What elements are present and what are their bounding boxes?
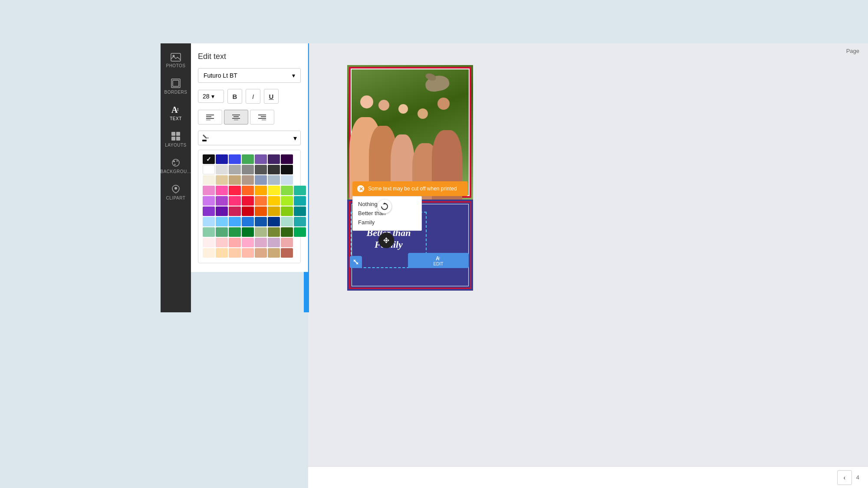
sidebar-item-photos[interactable]: PHOTOS [161, 48, 191, 73]
face-2 [378, 100, 389, 111]
swatch[interactable] [242, 227, 254, 237]
swatch[interactable] [294, 196, 306, 206]
font-size-select[interactable]: 28 ▾ [198, 90, 224, 103]
swatch[interactable] [216, 154, 228, 164]
sidebar-item-layouts[interactable]: LAYOUTS [161, 126, 191, 153]
swatch[interactable] [229, 196, 241, 206]
sidebar-item-clipart[interactable]: CLIPART [161, 179, 191, 206]
swatch[interactable] [229, 154, 241, 164]
swatch[interactable] [229, 248, 241, 258]
swatch[interactable] [255, 248, 267, 258]
swatch[interactable] [229, 175, 241, 185]
swatch[interactable] [216, 175, 228, 185]
edit-text-button[interactable]: A I EDIT [408, 253, 469, 268]
resize-handle[interactable] [350, 256, 362, 268]
swatch[interactable] [294, 206, 306, 216]
swatch[interactable] [242, 196, 254, 206]
swatch[interactable] [216, 238, 228, 247]
swatch[interactable] [268, 217, 280, 226]
swatch[interactable] [268, 206, 280, 216]
swatch[interactable] [255, 175, 267, 185]
swatch[interactable] [281, 206, 293, 216]
swatch[interactable] [203, 217, 215, 226]
swatch[interactable] [203, 196, 215, 206]
swatch[interactable] [242, 206, 254, 216]
sidebar-item-backgrounds[interactable]: BACKGROU... [161, 153, 191, 179]
swatch[interactable] [281, 238, 293, 247]
swatch[interactable] [281, 186, 293, 195]
swatch[interactable] [216, 186, 228, 195]
swatch[interactable] [203, 238, 215, 247]
swatch-check[interactable]: ✓ [203, 154, 215, 164]
swatch[interactable] [216, 206, 228, 216]
swatch[interactable] [255, 217, 267, 226]
italic-button[interactable]: I [246, 89, 260, 104]
swatch[interactable] [216, 196, 228, 206]
swatch[interactable] [255, 165, 267, 174]
swatch[interactable] [268, 227, 280, 237]
swatch[interactable] [203, 175, 215, 185]
swatch[interactable] [203, 206, 215, 216]
align-center-button[interactable] [224, 110, 248, 124]
swatch[interactable] [242, 165, 254, 174]
swatch[interactable] [294, 227, 306, 237]
swatch[interactable] [281, 227, 293, 237]
font-select[interactable]: Futuro Lt BT ▾ [198, 68, 301, 83]
prev-page-button[interactable]: ‹ [837, 470, 852, 485]
swatch[interactable] [268, 238, 280, 247]
swatch[interactable] [229, 217, 241, 226]
sidebar-item-borders[interactable]: BORDERS [161, 73, 191, 100]
swatch[interactable] [281, 154, 293, 164]
swatch[interactable] [242, 175, 254, 185]
sidebar-item-borders-label: BORDERS [164, 90, 187, 95]
swatch[interactable] [255, 227, 267, 237]
swatch[interactable] [281, 175, 293, 185]
swatch[interactable] [268, 248, 280, 258]
swatch[interactable] [268, 196, 280, 206]
swatch[interactable] [268, 175, 280, 185]
swatch[interactable] [255, 206, 267, 216]
svg-marker-31 [383, 239, 385, 242]
swatch[interactable] [229, 165, 241, 174]
swatch[interactable] [216, 227, 228, 237]
swatch[interactable] [255, 196, 267, 206]
color-row-5 [203, 196, 296, 206]
swatch[interactable] [281, 196, 293, 206]
swatch[interactable] [216, 165, 228, 174]
color-picker-row[interactable]: ▾ [198, 131, 301, 145]
swatch[interactable] [229, 186, 241, 195]
align-right-button[interactable] [250, 110, 274, 124]
swatch[interactable] [216, 217, 228, 226]
swatch[interactable] [229, 227, 241, 237]
swatch[interactable] [229, 206, 241, 216]
color-row-2 [203, 165, 296, 174]
sidebar-item-text[interactable]: A I TEXT [161, 100, 191, 126]
swatch[interactable] [242, 248, 254, 258]
swatch[interactable] [294, 186, 306, 195]
swatch[interactable] [255, 238, 267, 247]
swatch[interactable] [203, 248, 215, 258]
swatch[interactable] [281, 248, 293, 258]
swatch[interactable] [268, 154, 280, 164]
swatch[interactable] [281, 165, 293, 174]
swatch[interactable] [255, 186, 267, 195]
swatch[interactable] [268, 165, 280, 174]
swatch[interactable] [203, 227, 215, 237]
underline-button[interactable]: U [264, 89, 279, 104]
align-left-button[interactable] [198, 110, 222, 124]
swatch[interactable] [203, 165, 215, 174]
swatch[interactable] [242, 238, 254, 247]
move-handle[interactable] [378, 233, 394, 248]
swatch[interactable] [281, 217, 293, 226]
swatch[interactable] [255, 154, 267, 164]
swatch[interactable] [242, 154, 254, 164]
swatch[interactable] [203, 186, 215, 195]
bold-button[interactable]: B [227, 89, 242, 104]
swatch[interactable] [216, 248, 228, 258]
swatch[interactable] [294, 217, 306, 226]
swatch[interactable] [268, 186, 280, 195]
swatch[interactable] [242, 186, 254, 195]
rotate-button[interactable] [378, 200, 391, 213]
swatch[interactable] [242, 217, 254, 226]
swatch[interactable] [229, 238, 241, 247]
